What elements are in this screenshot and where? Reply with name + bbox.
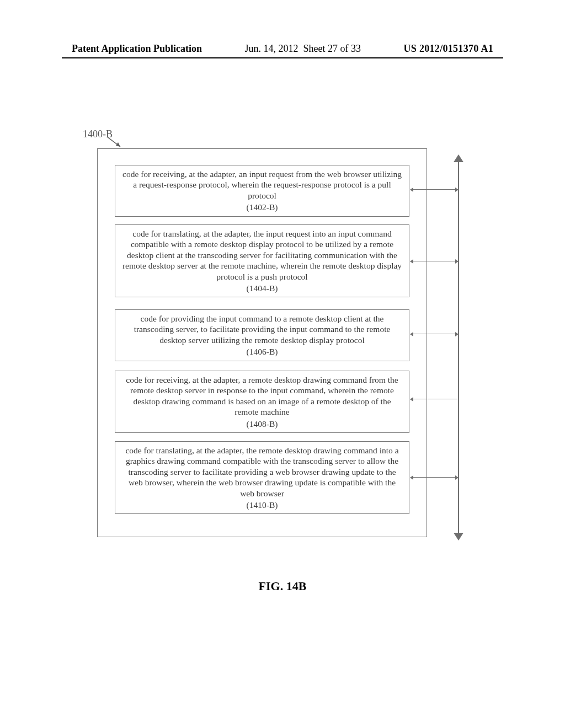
header-left: Patent Application Publication <box>72 43 202 55</box>
connector-1408b <box>411 399 458 399</box>
header-date: Jun. 14, 2012 Sheet 27 of 33 <box>245 43 361 55</box>
step-ref: (1408-B) <box>121 419 403 429</box>
step-text: code for translating, at the adapter, th… <box>121 228 403 282</box>
step-ref: (1406-B) <box>121 346 403 357</box>
vertical-flow-line <box>458 161 459 535</box>
step-text: code for providing the input command to … <box>121 313 403 345</box>
connector-1404b <box>411 261 458 261</box>
svg-marker-1 <box>116 142 120 147</box>
step-box-1406b: code for providing the input command to … <box>115 309 409 361</box>
step-text: code for receiving, at the adapter, an i… <box>121 169 403 201</box>
step-ref: (1410-B) <box>121 500 403 510</box>
header-pubno: US 2012/0151370 A1 <box>404 43 493 55</box>
step-box-1410b: code for translating, at the adapter, th… <box>115 441 409 514</box>
page-header: Patent Application Publication Jun. 14, … <box>0 43 565 55</box>
step-ref: (1402-B) <box>121 202 403 212</box>
header-rule <box>62 57 503 58</box>
arrow-down-icon <box>454 533 463 540</box>
step-text: code for receiving, at the adapter, a re… <box>121 374 403 417</box>
figure-caption: FIG. 14B <box>0 579 565 593</box>
step-box-1402b: code for receiving, at the adapter, an i… <box>115 165 409 217</box>
connector-1402b <box>411 189 458 190</box>
step-ref: (1404-B) <box>121 283 403 293</box>
step-box-1408b: code for receiving, at the adapter, a re… <box>115 371 409 433</box>
step-text: code for translating, at the adapter, th… <box>121 445 403 499</box>
step-box-1404b: code for translating, at the adapter, th… <box>115 224 409 297</box>
connector-1406b <box>411 334 458 334</box>
connector-1410b <box>411 477 458 478</box>
